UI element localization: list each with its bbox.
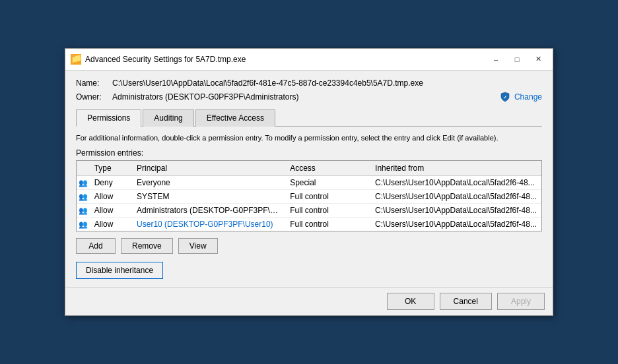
minimize-button[interactable]: – [487,53,505,66]
close-button[interactable]: ✕ [529,53,547,66]
ok-button[interactable]: OK [387,293,434,310]
row-type: Allow [90,190,133,204]
col-access-header: Access [286,161,371,176]
tab-permissions[interactable]: Permissions [76,109,141,127]
tab-effective-access[interactable]: Effective Access [195,109,275,127]
row-principal: User10 (DESKTOP-G0PF3PF\User10) [133,218,286,231]
owner-value: Administrators (DESKTOP-G0PF3PF\Administ… [112,92,500,102]
row-principal: Administrators (DESKTOP-G0PF3PF\Admini..… [133,204,286,218]
row-access: Full control [286,190,371,204]
maximize-button[interactable]: □ [508,53,526,66]
name-label: Name: [76,78,112,88]
table-row[interactable]: 👥DenyEveryoneSpecialC:\Users\User10\AppD… [77,176,541,190]
window-title: Advanced Security Settings for 5A7D.tmp.… [85,55,487,64]
table-header-row: Type Principal Access Inherited from [77,161,541,176]
apply-button[interactable]: Apply [497,293,545,310]
tab-auditing[interactable]: Auditing [143,109,193,127]
table-row[interactable]: 👥AllowSYSTEMFull controlC:\Users\User10\… [77,190,541,204]
action-buttons: Add Remove View [76,238,542,254]
col-principal-header: Principal [133,161,286,176]
row-principal: Everyone [133,176,286,190]
row-type: Deny [90,176,133,190]
table-row[interactable]: 👥AllowUser10 (DESKTOP-G0PF3PF\User10)Ful… [77,218,541,231]
row-type: Allow [90,218,133,231]
dialog-footer: OK Cancel Apply [65,287,553,315]
row-inherited: C:\Users\User10\AppData\Local\5fad2f6f-4… [371,218,541,231]
dialog-content: Name: C:\Users\User10\AppData\Local\5fad… [65,71,553,287]
dialog-window: Advanced Security Settings for 5A7D.tmp.… [65,48,553,316]
row-access: Full control [286,218,371,231]
description-text: For additional information, double-click… [76,133,542,143]
name-value: C:\Users\User10\AppData\Local\5fad2f6f-4… [112,78,542,88]
permissions-table: Type Principal Access Inherited from 👥De… [77,161,541,231]
owner-row: Owner: Administrators (DESKTOP-G0PF3PF\A… [76,92,542,102]
col-icon-header [77,161,90,176]
change-owner-link[interactable]: Change [514,92,542,102]
row-principal: SYSTEM [133,190,286,204]
row-icon: 👥 [77,204,90,218]
row-inherited: C:\Users\User10\AppData\Local\5fad2f6-48… [371,176,541,190]
row-type: Allow [90,204,133,218]
col-type-header: Type [90,161,133,176]
col-inherited-header: Inherited from [371,161,541,176]
row-icon: 👥 [77,190,90,204]
remove-button[interactable]: Remove [121,238,173,254]
row-access: Full control [286,204,371,218]
row-inherited: C:\Users\User10\AppData\Local\5fad2f6f-4… [371,190,541,204]
owner-label: Owner: [76,92,112,102]
add-button[interactable]: Add [76,238,116,254]
title-bar: Advanced Security Settings for 5A7D.tmp.… [65,49,553,71]
window-icon [71,54,81,65]
shield-icon: ✓ [500,92,510,102]
entries-label: Permission entries: [76,148,542,158]
row-access: Special [286,176,371,190]
view-button[interactable]: View [178,238,218,254]
table-row[interactable]: 👥AllowAdministrators (DESKTOP-G0PF3PF\Ad… [77,204,541,218]
permissions-table-container: Type Principal Access Inherited from 👥De… [76,160,542,231]
row-inherited: C:\Users\User10\AppData\Local\5fad2f6f-4… [371,204,541,218]
disable-inheritance-button[interactable]: Disable inheritance [76,262,163,279]
tabs-container: Permissions Auditing Effective Access [76,109,542,127]
window-controls: – □ ✕ [487,53,547,66]
row-icon: 👥 [77,176,90,190]
cancel-button[interactable]: Cancel [440,293,492,310]
row-icon: 👥 [77,218,90,231]
svg-text:✓: ✓ [503,95,507,100]
name-row: Name: C:\Users\User10\AppData\Local\5fad… [76,78,542,88]
